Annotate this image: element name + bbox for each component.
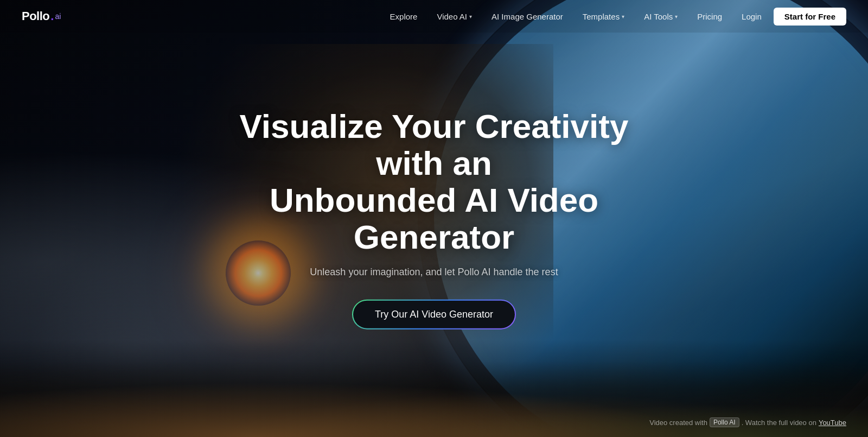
brand-tag: Pollo AI [710, 417, 739, 427]
nav-item-ai-image-gen[interactable]: AI Image Generator [484, 9, 571, 24]
nav-link-video-ai[interactable]: Video AI ▾ [429, 9, 480, 24]
logo-text: Pollo [22, 9, 49, 23]
nav-item-video-ai[interactable]: Video AI ▾ [429, 9, 480, 24]
nav-link-pricing[interactable]: Pricing [690, 9, 730, 24]
chevron-down-icon: ▾ [469, 14, 472, 20]
nav-item-pricing[interactable]: Pricing [690, 9, 730, 24]
nav-item-explore[interactable]: Explore [382, 9, 425, 24]
hero-title: Visualize Your Creativity with an Unboun… [217, 107, 651, 256]
nav-link-ai-image-gen[interactable]: AI Image Generator [484, 9, 571, 24]
logo-ai: ai [55, 12, 61, 21]
hero-cta-button[interactable]: Try Our AI Video Generator [353, 301, 515, 328]
nav-item-templates[interactable]: Templates ▾ [575, 9, 632, 24]
hero-subtitle: Unleash your imagination, and let Pollo … [217, 267, 651, 278]
chevron-down-icon: ▾ [675, 14, 678, 20]
logo-dot: . [50, 9, 54, 23]
nav-link-login[interactable]: Login [734, 9, 769, 24]
nav-item-login[interactable]: Login [734, 9, 769, 24]
nav-link-templates[interactable]: Templates ▾ [575, 9, 632, 24]
chevron-down-icon: ▾ [622, 14, 624, 20]
footer-note: Video created with Pollo AI . Watch the … [649, 417, 846, 427]
nav-cta-button[interactable]: Start for Free [774, 8, 846, 26]
nav-link-explore[interactable]: Explore [382, 9, 425, 24]
logo[interactable]: Pollo.ai [22, 9, 61, 23]
hero-section: Pollo.ai Explore Video AI ▾ AI Image Gen… [0, 0, 868, 437]
youtube-link[interactable]: YouTube [819, 419, 846, 427]
hero-cta-wrapper: Try Our AI Video Generator [352, 300, 516, 330]
navbar: Pollo.ai Explore Video AI ▾ AI Image Gen… [0, 0, 868, 33]
nav-link-ai-tools[interactable]: AI Tools ▾ [636, 9, 685, 24]
nav-links: Explore Video AI ▾ AI Image Generator Te… [382, 8, 846, 26]
nav-item-cta[interactable]: Start for Free [774, 8, 846, 26]
hero-content: Visualize Your Creativity with an Unboun… [217, 107, 651, 330]
nav-item-ai-tools[interactable]: AI Tools ▾ [636, 9, 685, 24]
